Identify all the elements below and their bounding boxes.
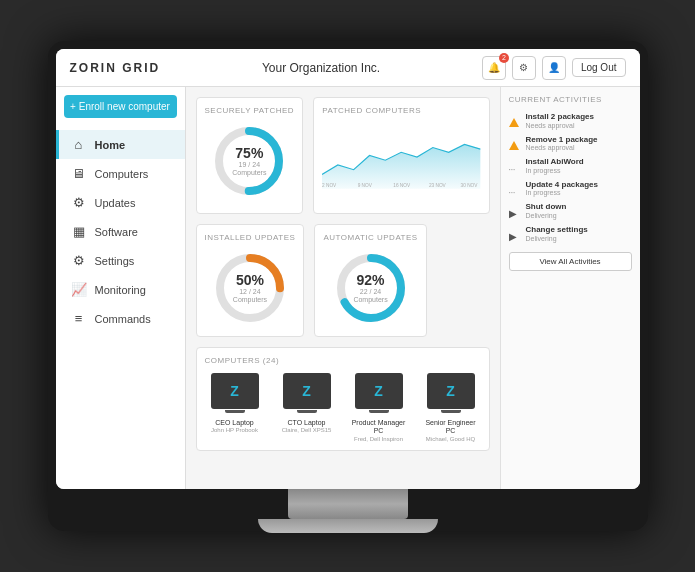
logout-button[interactable]: Log Out	[572, 58, 626, 77]
computer-icon-1: Z	[283, 373, 331, 409]
activity-text-2: Install AbiWord In progress	[526, 157, 632, 174]
notification-button[interactable]: 🔔 2	[482, 56, 506, 80]
activity-text-5: Change settings Delivering	[526, 225, 632, 242]
commands-icon: ≡	[71, 311, 87, 326]
app-title: Your Organization Inc.	[262, 61, 380, 75]
activity-item-4: ▶ Shut down Delivering	[509, 202, 632, 219]
securely-patched-card: SECURELY PATCHED 75% 19 / 24Computers	[196, 97, 304, 214]
activity-title-4: Shut down	[526, 202, 632, 212]
dots-icon-2: ···	[509, 158, 521, 170]
activity-text-1: Remove 1 package Needs approval	[526, 135, 632, 152]
home-icon: ⌂	[71, 137, 87, 152]
computer-icon-2: Z	[355, 373, 403, 409]
automatic-updates-fraction: 22 / 24Computers	[353, 288, 387, 305]
activity-status-5: Delivering	[526, 235, 632, 242]
activity-status-0: Needs approval	[526, 122, 632, 129]
computers-section-label: COMPUTERS (24)	[205, 356, 481, 365]
activity-title-5: Change settings	[526, 225, 632, 235]
activity-text-4: Shut down Delivering	[526, 202, 632, 219]
computer-item[interactable]: Z CTO Laptop Claire, Dell XPS15	[277, 373, 337, 442]
warning-icon-0	[509, 113, 521, 125]
computer-name-0: CEO Laptop	[215, 419, 254, 427]
app-header: ZORIN GRID Your Organization Inc. 🔔 2 ⚙ …	[56, 49, 640, 87]
z-logo-3: Z	[446, 383, 455, 399]
dashboard: SECURELY PATCHED 75% 19 / 24Computers	[186, 87, 500, 489]
updates-icon: ⚙	[71, 195, 87, 210]
view-all-activities-button[interactable]: View All Activities	[509, 252, 632, 271]
securely-patched-label: SECURELY PATCHED	[205, 106, 295, 115]
installed-updates-card: INSTALLED UPDATES 50% 12 / 24Computers	[196, 224, 305, 337]
activity-title-1: Remove 1 package	[526, 135, 632, 145]
stats-row-2: INSTALLED UPDATES 50% 12 / 24Computers	[196, 224, 490, 337]
monitor-stand	[288, 489, 408, 519]
stats-row-1: SECURELY PATCHED 75% 19 / 24Computers	[196, 97, 490, 214]
svg-text:23 NOV: 23 NOV	[429, 183, 447, 188]
app-body: + Enroll new computer ⌂ Home 🖥 Computers…	[56, 87, 640, 489]
activity-title-2: Install AbiWord	[526, 157, 632, 167]
computer-item[interactable]: Z Senior Engineer PC Michael, Good HQ	[421, 373, 481, 442]
sidebar-item-computers[interactable]: 🖥 Computers	[56, 159, 185, 188]
installed-updates-fraction: 12 / 24Computers	[233, 288, 267, 305]
activity-status-2: In progress	[526, 167, 632, 174]
content-area: SECURELY PATCHED 75% 19 / 24Computers	[186, 87, 640, 489]
activity-title-3: Update 4 packages	[526, 180, 632, 190]
app-logo: ZORIN GRID	[70, 61, 161, 75]
automatic-updates-donut: 92% 22 / 24Computers	[331, 248, 411, 328]
securely-patched-donut: 75% 19 / 24Computers	[209, 121, 289, 201]
securely-patched-percent: 75%	[232, 145, 266, 161]
computer-user-2: Fred, Dell Inspiron	[354, 436, 403, 442]
installed-updates-label: INSTALLED UPDATES	[205, 233, 296, 242]
automatic-updates-card: AUTOMATIC UPDATES 92% 22 / 24Computers	[314, 224, 426, 337]
svg-text:2 NOV: 2 NOV	[322, 183, 337, 188]
sidebar-item-settings[interactable]: ⚙ Settings	[56, 246, 185, 275]
patched-computers-chart-card: PATCHED COMPUTERS	[313, 97, 489, 214]
sidebar-item-home[interactable]: ⌂ Home	[56, 130, 185, 159]
automatic-updates-label: AUTOMATIC UPDATES	[323, 233, 417, 242]
computers-grid: Z CEO Laptop John HP Probook Z	[205, 373, 481, 442]
user-icon-button[interactable]: 👤	[542, 56, 566, 80]
main-content: SECURELY PATCHED 75% 19 / 24Computers	[186, 87, 640, 489]
enroll-new-computer-button[interactable]: + Enroll new computer	[64, 95, 177, 118]
monitoring-icon: 📈	[71, 282, 87, 297]
sidebar-item-commands[interactable]: ≡ Commands	[56, 304, 185, 333]
computer-user-1: Claire, Dell XPS15	[282, 427, 332, 433]
activity-status-1: Needs approval	[526, 144, 632, 151]
sidebar-item-software[interactable]: ▦ Software	[56, 217, 185, 246]
computer-name-2: Product Manager PC	[349, 419, 409, 436]
patched-computers-label: PATCHED COMPUTERS	[322, 106, 480, 115]
activity-status-4: Delivering	[526, 212, 632, 219]
activity-text-0: Install 2 packages Needs approval	[526, 112, 632, 129]
warning-icon-1	[509, 136, 521, 148]
notification-badge: 2	[499, 53, 509, 63]
play-icon-5: ▶	[509, 226, 521, 238]
computers-section: COMPUTERS (24) Z CEO Laptop John HP Prob…	[196, 347, 490, 451]
activity-item-1: Remove 1 package Needs approval	[509, 135, 632, 152]
dots-icon-3: ···	[509, 181, 521, 193]
sidebar: + Enroll new computer ⌂ Home 🖥 Computers…	[56, 87, 186, 489]
z-logo-2: Z	[374, 383, 383, 399]
software-icon: ▦	[71, 224, 87, 239]
z-logo-1: Z	[302, 383, 311, 399]
computer-item[interactable]: Z Product Manager PC Fred, Dell Inspiron	[349, 373, 409, 442]
activity-title-0: Install 2 packages	[526, 112, 632, 122]
computer-name-1: CTO Laptop	[287, 419, 325, 427]
sidebar-item-monitoring[interactable]: 📈 Monitoring	[56, 275, 185, 304]
play-icon-4: ▶	[509, 203, 521, 215]
activity-status-3: In progress	[526, 189, 632, 196]
activity-item-2: ··· Install AbiWord In progress	[509, 157, 632, 174]
securely-patched-fraction: 19 / 24Computers	[232, 161, 266, 178]
computer-icon-3: Z	[427, 373, 475, 409]
activity-item-3: ··· Update 4 packages In progress	[509, 180, 632, 197]
monitor-base	[258, 519, 438, 533]
computer-name-3: Senior Engineer PC	[421, 419, 481, 436]
settings-icon-button[interactable]: ⚙	[512, 56, 536, 80]
z-logo-0: Z	[230, 383, 239, 399]
activity-item-0: Install 2 packages Needs approval	[509, 112, 632, 129]
header-actions: 🔔 2 ⚙ 👤 Log Out	[482, 56, 626, 80]
activity-text-3: Update 4 packages In progress	[526, 180, 632, 197]
activities-label: CURRENT ACTIVITIES	[509, 95, 632, 104]
computer-item[interactable]: Z CEO Laptop John HP Probook	[205, 373, 265, 442]
settings-icon: ⚙	[71, 253, 87, 268]
sidebar-item-updates[interactable]: ⚙ Updates	[56, 188, 185, 217]
installed-updates-donut: 50% 12 / 24Computers	[210, 248, 290, 328]
